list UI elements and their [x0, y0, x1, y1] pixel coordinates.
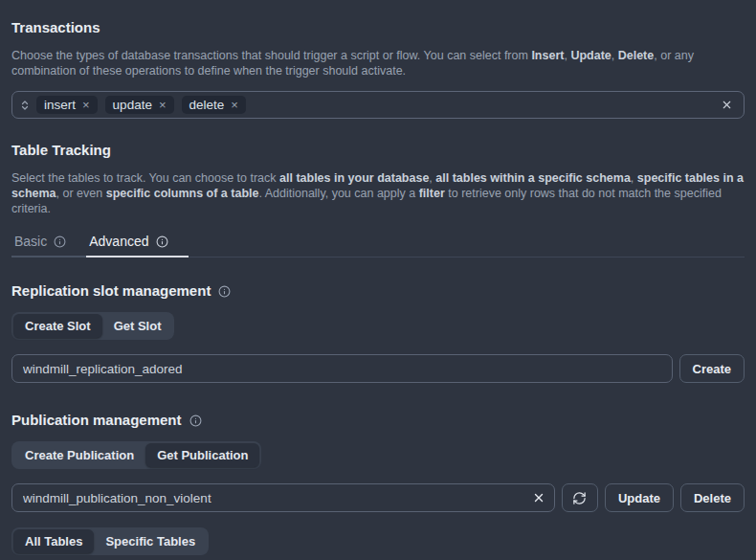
update-publication-button[interactable]: Update [605, 483, 674, 512]
table-tracking-tabs: Basic Advanced [11, 232, 745, 258]
tab-advanced[interactable]: Advanced [86, 232, 188, 258]
tab-basic[interactable]: Basic [11, 232, 86, 258]
info-icon [189, 414, 202, 427]
delete-publication-button[interactable]: Delete [680, 483, 745, 512]
tab-advanced-label: Advanced [89, 234, 148, 249]
info-icon [218, 285, 231, 298]
toggle-option-get-publication[interactable]: Get Publication [145, 443, 259, 467]
operation-tag: update× [105, 96, 174, 115]
toggle-option-get-slot[interactable]: Get Slot [102, 314, 173, 338]
clear-operations-button[interactable] [719, 97, 735, 113]
publication-heading: Publication management [11, 413, 745, 428]
remove-operation-icon[interactable]: × [231, 99, 238, 111]
operation-tag-label: update [113, 99, 152, 112]
info-icon [156, 235, 168, 248]
table-tracking-heading: Table Tracking [11, 143, 745, 158]
publication-row: Update Delete [11, 483, 745, 512]
remove-operation-icon[interactable]: × [159, 99, 167, 111]
operation-tag-label: insert [44, 99, 76, 112]
toggle-option-create-publication[interactable]: Create Publication [13, 443, 145, 467]
table-tracking-title: Table Tracking [11, 143, 111, 158]
tab-basic-label: Basic [14, 234, 47, 249]
publication-name-input[interactable] [11, 483, 555, 512]
publication-title: Publication management [11, 413, 182, 428]
operation-tag-label: delete [189, 99, 225, 112]
publication-tables-toggle: All TablesSpecific Tables [11, 527, 209, 555]
database-trigger-settings-panel: Transactions Choose the types of databas… [0, 0, 756, 555]
publication-mode-toggle: Create PublicationGet Publication [11, 441, 261, 469]
table-tracking-description: Select the tables to track. You can choo… [11, 170, 745, 216]
transactions-heading: Transactions [11, 20, 745, 35]
remove-operation-icon[interactable]: × [82, 99, 90, 111]
slot-mode-toggle: Create SlotGet Slot [11, 312, 174, 340]
create-slot-button[interactable]: Create [679, 354, 745, 383]
chevrons-up-down-icon [19, 100, 31, 111]
transactions-description: Choose the types of database transaction… [11, 48, 745, 78]
transaction-types-multiselect[interactable]: insert×update×delete× [11, 91, 745, 119]
clear-publication-input-button[interactable] [532, 491, 545, 504]
replication-slot-name-input[interactable] [11, 354, 673, 383]
publication-input-wrap [11, 483, 555, 512]
toggle-option-create-slot[interactable]: Create Slot [13, 314, 102, 338]
info-icon [54, 235, 66, 248]
refresh-publication-button[interactable] [562, 483, 598, 512]
replication-slot-title: Replication slot management [11, 283, 211, 299]
refresh-icon [572, 491, 587, 505]
selected-operations: insert×update×delete× [36, 96, 246, 115]
transactions-title: Transactions [11, 20, 100, 35]
toggle-option-all-tables[interactable]: All Tables [13, 529, 94, 553]
replication-slot-row: Create [11, 354, 745, 383]
toggle-option-specific-tables[interactable]: Specific Tables [94, 529, 207, 553]
operation-tag: delete× [182, 96, 246, 115]
replication-slot-heading: Replication slot management [11, 283, 745, 299]
operation-tag: insert× [36, 96, 98, 115]
